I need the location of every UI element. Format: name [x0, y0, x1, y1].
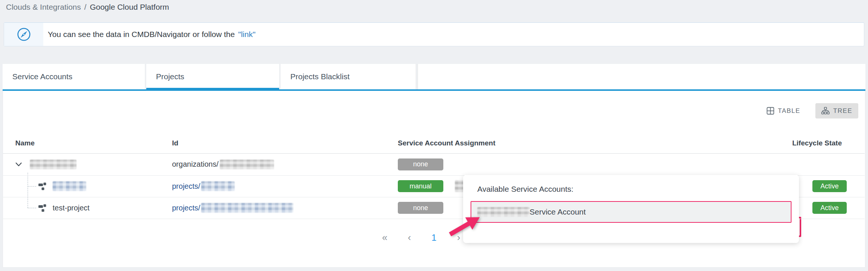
- project-name: test-project: [53, 204, 90, 212]
- service-account-option-label: Service Account: [530, 207, 586, 216]
- available-service-accounts-popup: Available Service Accounts: Service Acco…: [463, 175, 799, 243]
- project-node-icon: [38, 181, 47, 191]
- name-cell: [38, 175, 86, 197]
- id-cell: organizations/: [172, 153, 274, 175]
- table-view-label: TABLE: [778, 107, 800, 115]
- name-cell: test-project: [38, 197, 90, 219]
- tab-strip-filler: [418, 64, 865, 89]
- gcp-integration-page: Clouds & Integrations / Google Cloud Pla…: [0, 0, 868, 271]
- project-node-icon: [38, 203, 47, 213]
- pagination-current-page[interactable]: 1: [428, 232, 440, 243]
- service-account-option[interactable]: Service Account: [471, 201, 791, 223]
- projects-panel: TABLE TREE: [3, 91, 865, 268]
- assignment-status-badge: none: [398, 202, 443, 214]
- redacted-project-id: [201, 203, 293, 213]
- compass-icon: [16, 26, 32, 43]
- table-row: organizations/ none ASSIGN: [3, 153, 865, 176]
- assignment-cell: none: [398, 153, 443, 175]
- table-header-row: Name Id Service Account Assignment Lifec…: [3, 133, 865, 154]
- tab-projects[interactable]: Projects: [146, 64, 279, 89]
- lifecycle-status-badge: Active: [812, 202, 847, 214]
- organization-id-prefix: organizations/: [172, 160, 219, 169]
- breadcrumb-separator: /: [84, 3, 87, 12]
- pagination-previous-button[interactable]: ‹: [404, 232, 415, 243]
- project-id-link[interactable]: projects/: [172, 182, 200, 191]
- column-header-lifecycle: Lifecycle State: [774, 133, 842, 153]
- table-grid-icon: [766, 107, 774, 115]
- tab-projects-blacklist-label: Projects Blacklist: [290, 72, 350, 81]
- tab-service-accounts-label: Service Accounts: [12, 72, 72, 81]
- id-cell: projects/: [172, 197, 293, 219]
- info-banner: You can see the data in CMDB/Navigator o…: [4, 22, 864, 46]
- tree-sitemap-icon: [821, 107, 830, 115]
- pagination-first-button[interactable]: «: [379, 232, 390, 243]
- project-id-link[interactable]: projects/: [172, 204, 200, 212]
- id-cell: projects/: [172, 175, 235, 197]
- chevron-down-icon[interactable]: [15, 162, 22, 167]
- redacted-project-id: [201, 181, 235, 191]
- name-cell: [15, 153, 77, 175]
- assignment-cell: none: [398, 197, 443, 219]
- tree-view-label: TREE: [833, 107, 852, 115]
- assignment-status-badge: none: [398, 158, 443, 170]
- tab-projects-label: Projects: [156, 72, 184, 81]
- redacted-organization-id: [220, 160, 274, 169]
- lifecycle-cell: Active: [812, 175, 847, 197]
- view-toggle: TABLE TREE: [761, 103, 858, 118]
- redacted-service-account-prefix: [477, 207, 530, 217]
- tab-strip: Service Accounts Projects Projects Black…: [3, 64, 865, 91]
- column-header-id: Id: [172, 133, 178, 153]
- column-header-assignment: Service Account Assignment: [398, 133, 496, 153]
- assignment-cell: manual: [398, 175, 467, 197]
- tab-projects-blacklist[interactable]: Projects Blacklist: [281, 64, 416, 89]
- banner-icon-panel: [4, 23, 43, 46]
- redacted-project-name-link[interactable]: [53, 181, 86, 191]
- breadcrumb-current-page: Google Cloud Platform: [90, 3, 169, 12]
- tab-service-accounts[interactable]: Service Accounts: [3, 64, 145, 89]
- banner-message: You can see the data in CMDB/Navigator o…: [48, 30, 235, 39]
- assignment-status-badge: manual: [398, 180, 443, 192]
- redacted-organization-name: [30, 160, 77, 169]
- column-header-name: Name: [15, 133, 35, 153]
- lifecycle-cell: Active: [812, 197, 847, 219]
- table-view-button[interactable]: TABLE: [761, 103, 806, 118]
- breadcrumb-clouds-integrations[interactable]: Clouds & Integrations: [6, 3, 81, 12]
- tree-view-button[interactable]: TREE: [815, 103, 858, 118]
- banner-link[interactable]: "link": [238, 30, 255, 39]
- popup-title: Available Service Accounts:: [477, 185, 574, 194]
- breadcrumb: Clouds & Integrations / Google Cloud Pla…: [6, 1, 169, 13]
- lifecycle-status-badge: Active: [812, 180, 847, 192]
